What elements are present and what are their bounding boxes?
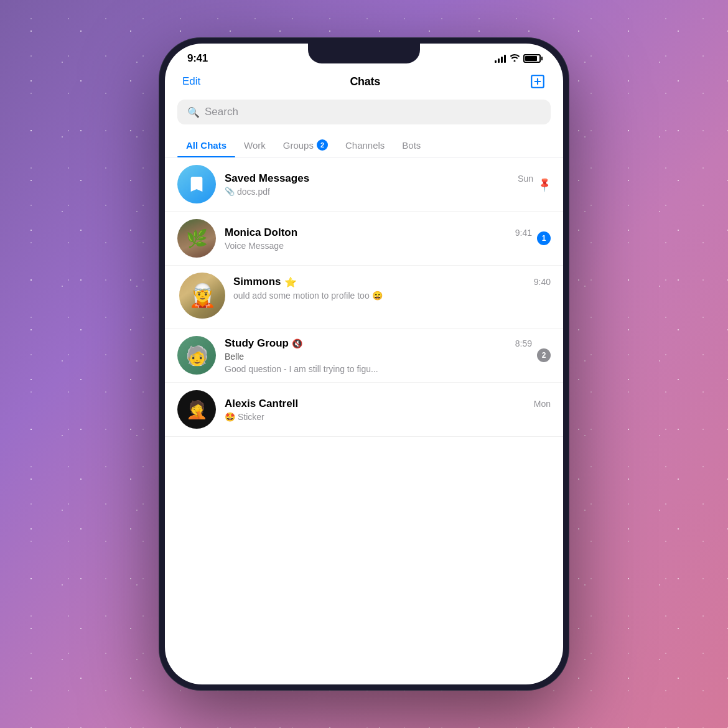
tab-work[interactable]: Work [235,134,274,157]
navigation-bar: Edit Chats [165,68,563,97]
edit-button[interactable]: Edit [182,75,200,88]
chat-time-saved: Sun [518,174,533,184]
pin-icon: 📌 [536,175,553,193]
page-title: Chats [350,75,380,88]
chat-preview-alexis: 🤩 Sticker [225,412,551,422]
chat-preview-monica: Voice Message [225,241,532,251]
chat-content-saved: Saved Messages Sun 📎 docs.pdf [225,172,533,197]
phone-frame: 9:41 [159,37,569,691]
chat-preview-simmons: ould add some motion to profile too 😄 [233,290,551,301]
chat-content-study: Study Group 🔇 8:59 Belle Good question -… [225,337,532,374]
tab-groups[interactable]: Groups 2 [274,134,337,157]
signal-icon [495,54,506,63]
search-container: 🔍 Search [165,97,563,131]
chat-time-simmons: 9:40 [534,277,551,287]
avatar-alexis: 🤦 [177,390,216,429]
tab-bots[interactable]: Bots [393,134,429,157]
chat-item-alexis-cantrell[interactable]: 🤦 Alexis Cantrell Mon 🤩 Sticker [165,383,563,437]
chat-time-alexis: Mon [534,399,551,409]
attachment-icon: 📎 [225,187,235,196]
phone-screen: 9:41 [165,44,563,684]
chat-name-monica: Monica Dolton [225,226,297,239]
chat-list: Saved Messages Sun 📎 docs.pdf 📌 🌿 [165,157,563,437]
muted-icon: 🔇 [292,338,302,348]
chat-item-saved-messages[interactable]: Saved Messages Sun 📎 docs.pdf 📌 [165,157,563,212]
search-input[interactable]: Search [205,106,238,118]
chat-time-monica: 9:41 [515,228,532,238]
tab-channels[interactable]: Channels [337,134,393,157]
preview-sender-study: Belle [225,352,244,362]
chat-preview-saved: 📎 docs.pdf [225,187,533,197]
wifi-icon [510,54,520,63]
chat-name-simmons: Simmons ⭐ [233,276,297,288]
chat-time-study: 8:59 [515,338,532,348]
chat-content-alexis: Alexis Cantrell Mon 🤩 Sticker [225,398,551,422]
phone-notch [308,44,420,63]
chat-item-monica-dolton[interactable]: 🌿 Monica Dolton 9:41 Voice Message 1 [165,212,563,266]
chat-preview-study: Belle Good question - I am still trying … [225,352,532,374]
status-icons [495,54,541,63]
filter-tabs: All Chats Work Groups 2 Channels Bots [165,131,563,157]
groups-badge: 2 [317,139,328,151]
avatar-saved-messages [177,165,216,203]
battery-icon [523,54,541,63]
sticker-emoji: 🤩 [225,412,235,422]
chat-item-simmons[interactable]: 🧝 Simmons ⭐ 9:40 ould add some motion to… [165,266,563,329]
chat-content-monica: Monica Dolton 9:41 Voice Message [225,226,532,251]
avatar-simmons: 🧝 [177,271,227,320]
unread-badge-monica: 1 [537,231,551,245]
avatar-study-group: 🧓 [177,336,216,375]
search-bar[interactable]: 🔍 Search [177,100,551,124]
unread-badge-study: 2 [537,348,551,362]
chat-name-saved: Saved Messages [225,172,309,185]
chat-content-simmons: Simmons ⭐ 9:40 ould add some motion to p… [233,276,551,301]
chat-name-alexis: Alexis Cantrell [225,398,298,410]
search-icon: 🔍 [187,106,200,118]
chat-name-study: Study Group 🔇 [225,337,302,350]
chat-item-study-group[interactable]: 🧓 Study Group 🔇 8:59 Belle Good question… [165,329,563,383]
status-time: 9:41 [187,52,208,65]
star-icon: ⭐ [284,276,297,288]
compose-button[interactable] [530,73,546,90]
tab-all-chats[interactable]: All Chats [177,134,235,157]
avatar-monica: 🌿 [177,219,216,258]
